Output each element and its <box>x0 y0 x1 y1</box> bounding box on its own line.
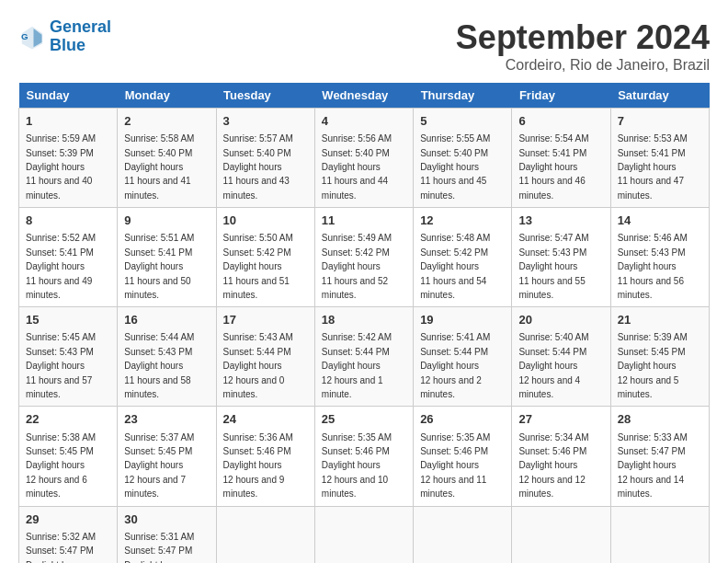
calendar-cell: 28 Sunrise: 5:33 AMSunset: 5:47 PMDaylig… <box>610 407 709 506</box>
day-info: Sunrise: 5:40 AMSunset: 5:44 PMDaylight … <box>518 332 588 399</box>
day-info: Sunrise: 5:50 AMSunset: 5:42 PMDaylight … <box>223 233 293 300</box>
calendar-cell: 18 Sunrise: 5:42 AMSunset: 5:44 PMDaylig… <box>314 307 413 407</box>
calendar-cell: 29 Sunrise: 5:32 AMSunset: 5:47 PMDaylig… <box>19 506 118 563</box>
day-info: Sunrise: 5:41 AMSunset: 5:44 PMDaylight … <box>420 332 490 399</box>
calendar-cell: 15 Sunrise: 5:45 AMSunset: 5:43 PMDaylig… <box>19 307 118 407</box>
calendar-cell: 2 Sunrise: 5:58 AMSunset: 5:40 PMDayligh… <box>118 109 216 208</box>
calendar-cell: 5 Sunrise: 5:55 AMSunset: 5:40 PMDayligh… <box>414 109 512 208</box>
day-info: Sunrise: 5:47 AMSunset: 5:43 PMDaylight … <box>518 233 588 300</box>
calendar-cell: 23 Sunrise: 5:37 AMSunset: 5:45 PMDaylig… <box>118 407 216 506</box>
calendar-cell: 14 Sunrise: 5:46 AMSunset: 5:43 PMDaylig… <box>610 208 709 307</box>
day-number: 22 <box>26 411 110 428</box>
header-thursday: Thursday <box>414 83 512 109</box>
calendar-cell: 1 Sunrise: 5:59 AMSunset: 5:39 PMDayligh… <box>19 109 118 208</box>
day-info: Sunrise: 5:58 AMSunset: 5:40 PMDaylight … <box>124 133 194 201</box>
day-info: Sunrise: 5:48 AMSunset: 5:42 PMDaylight … <box>420 233 490 300</box>
calendar-cell <box>314 506 413 563</box>
day-number: 11 <box>322 213 406 229</box>
logo-icon: G <box>18 23 46 51</box>
calendar-cell: 24 Sunrise: 5:36 AMSunset: 5:46 PMDaylig… <box>216 407 314 506</box>
day-info: Sunrise: 5:37 AMSunset: 5:45 PMDaylight … <box>124 432 194 500</box>
day-number: 2 <box>124 113 209 130</box>
header-monday: Monday <box>118 83 216 109</box>
day-number: 23 <box>124 411 209 428</box>
calendar-cell: 21 Sunrise: 5:39 AMSunset: 5:45 PMDaylig… <box>610 307 709 407</box>
svg-text:G: G <box>21 31 28 41</box>
calendar-cell: 7 Sunrise: 5:53 AMSunset: 5:41 PMDayligh… <box>610 109 709 208</box>
day-info: Sunrise: 5:36 AMSunset: 5:46 PMDaylight … <box>223 432 293 500</box>
day-number: 6 <box>518 113 603 130</box>
calendar-cell: 25 Sunrise: 5:35 AMSunset: 5:46 PMDaylig… <box>314 407 413 506</box>
page-header: G General Blue September 2024 Cordeiro, … <box>18 18 710 74</box>
day-number: 5 <box>420 113 505 130</box>
calendar-cell: 19 Sunrise: 5:41 AMSunset: 5:44 PMDaylig… <box>414 307 512 407</box>
header-tuesday: Tuesday <box>216 83 314 109</box>
calendar-cell: 17 Sunrise: 5:43 AMSunset: 5:44 PMDaylig… <box>216 307 314 407</box>
day-info: Sunrise: 5:35 AMSunset: 5:46 PMDaylight … <box>322 432 392 500</box>
calendar-cell: 13 Sunrise: 5:47 AMSunset: 5:43 PMDaylig… <box>512 208 610 307</box>
title-section: September 2024 Cordeiro, Rio de Janeiro,… <box>456 18 710 74</box>
day-info: Sunrise: 5:45 AMSunset: 5:43 PMDaylight … <box>26 332 96 399</box>
day-number: 10 <box>223 213 308 229</box>
day-info: Sunrise: 5:43 AMSunset: 5:44 PMDaylight … <box>223 332 293 399</box>
calendar-header-row: Sunday Monday Tuesday Wednesday Thursday… <box>19 83 710 109</box>
calendar-week-row: 8 Sunrise: 5:52 AMSunset: 5:41 PMDayligh… <box>19 208 710 307</box>
day-number: 25 <box>322 411 406 428</box>
day-info: Sunrise: 5:38 AMSunset: 5:45 PMDaylight … <box>26 432 96 500</box>
day-number: 8 <box>26 213 110 229</box>
calendar-cell: 16 Sunrise: 5:44 AMSunset: 5:43 PMDaylig… <box>118 307 216 407</box>
day-number: 16 <box>124 312 209 328</box>
day-info: Sunrise: 5:49 AMSunset: 5:42 PMDaylight … <box>322 233 392 300</box>
logo-text: General Blue <box>50 18 111 55</box>
day-number: 15 <box>26 312 110 328</box>
calendar-cell: 11 Sunrise: 5:49 AMSunset: 5:42 PMDaylig… <box>314 208 413 307</box>
calendar-cell: 10 Sunrise: 5:50 AMSunset: 5:42 PMDaylig… <box>216 208 314 307</box>
day-info: Sunrise: 5:32 AMSunset: 5:47 PMDaylight … <box>26 532 96 563</box>
calendar-cell: 30 Sunrise: 5:31 AMSunset: 5:47 PMDaylig… <box>118 506 216 563</box>
day-info: Sunrise: 5:56 AMSunset: 5:40 PMDaylight … <box>322 133 392 201</box>
logo: G General Blue <box>18 18 111 55</box>
calendar-cell: 4 Sunrise: 5:56 AMSunset: 5:40 PMDayligh… <box>314 109 413 208</box>
day-info: Sunrise: 5:55 AMSunset: 5:40 PMDaylight … <box>420 133 490 201</box>
calendar-week-row: 15 Sunrise: 5:45 AMSunset: 5:43 PMDaylig… <box>19 307 710 407</box>
day-number: 13 <box>518 213 603 229</box>
calendar-cell: 6 Sunrise: 5:54 AMSunset: 5:41 PMDayligh… <box>512 109 610 208</box>
day-info: Sunrise: 5:59 AMSunset: 5:39 PMDaylight … <box>26 133 96 201</box>
day-number: 3 <box>223 113 308 130</box>
day-number: 24 <box>223 411 308 428</box>
day-number: 21 <box>618 312 702 328</box>
day-info: Sunrise: 5:51 AMSunset: 5:41 PMDaylight … <box>124 233 194 300</box>
day-number: 7 <box>618 113 702 130</box>
header-wednesday: Wednesday <box>314 83 413 109</box>
calendar-cell: 9 Sunrise: 5:51 AMSunset: 5:41 PMDayligh… <box>118 208 216 307</box>
day-info: Sunrise: 5:33 AMSunset: 5:47 PMDaylight … <box>618 432 688 500</box>
calendar-cell: 27 Sunrise: 5:34 AMSunset: 5:46 PMDaylig… <box>512 407 610 506</box>
day-number: 12 <box>420 213 505 229</box>
calendar-cell <box>414 506 512 563</box>
calendar-cell: 8 Sunrise: 5:52 AMSunset: 5:41 PMDayligh… <box>19 208 118 307</box>
day-info: Sunrise: 5:57 AMSunset: 5:40 PMDaylight … <box>223 133 293 201</box>
day-number: 20 <box>518 312 603 328</box>
day-number: 14 <box>618 213 702 229</box>
day-info: Sunrise: 5:34 AMSunset: 5:46 PMDaylight … <box>518 432 588 500</box>
day-number: 1 <box>26 113 110 130</box>
day-number: 18 <box>322 312 406 328</box>
calendar-cell: 22 Sunrise: 5:38 AMSunset: 5:45 PMDaylig… <box>19 407 118 506</box>
day-info: Sunrise: 5:35 AMSunset: 5:46 PMDaylight … <box>420 432 490 500</box>
header-friday: Friday <box>512 83 610 109</box>
day-info: Sunrise: 5:46 AMSunset: 5:43 PMDaylight … <box>618 233 688 300</box>
day-number: 27 <box>518 411 603 428</box>
calendar-week-row: 29 Sunrise: 5:32 AMSunset: 5:47 PMDaylig… <box>19 506 710 563</box>
day-info: Sunrise: 5:53 AMSunset: 5:41 PMDaylight … <box>618 133 688 201</box>
header-sunday: Sunday <box>19 83 118 109</box>
day-info: Sunrise: 5:39 AMSunset: 5:45 PMDaylight … <box>618 332 688 399</box>
header-saturday: Saturday <box>610 83 709 109</box>
day-number: 17 <box>223 312 308 328</box>
calendar-cell: 12 Sunrise: 5:48 AMSunset: 5:42 PMDaylig… <box>414 208 512 307</box>
calendar-week-row: 22 Sunrise: 5:38 AMSunset: 5:45 PMDaylig… <box>19 407 710 506</box>
calendar-cell <box>216 506 314 563</box>
calendar-cell <box>512 506 610 563</box>
calendar-cell <box>610 506 709 563</box>
calendar-week-row: 1 Sunrise: 5:59 AMSunset: 5:39 PMDayligh… <box>19 109 710 208</box>
day-info: Sunrise: 5:44 AMSunset: 5:43 PMDaylight … <box>124 332 194 399</box>
